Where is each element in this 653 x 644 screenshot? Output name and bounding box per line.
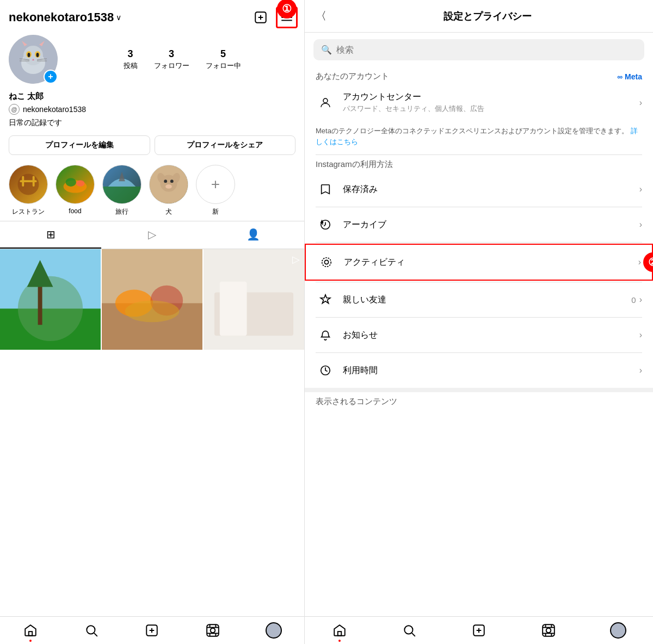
post-item-2[interactable] [102, 249, 202, 350]
usage-time-title: 利用時間 [343, 365, 639, 376]
post-item-3[interactable]: ▷ [204, 249, 304, 350]
activity-item[interactable]: アクティビティ › ② [305, 244, 653, 281]
highlight-new[interactable]: + 新 [196, 165, 235, 216]
hamburger-menu-button[interactable]: ① [278, 9, 295, 26]
threads-handle: nekonekotaro1538 [23, 105, 86, 114]
reels-icon: ▷ [148, 228, 156, 241]
content-section-text: 表示されるコンテンツ [316, 397, 397, 407]
left-panel: nekonekotaro1538 ∨ ① [0, 0, 305, 644]
svg-rect-73 [338, 631, 342, 636]
highlight-food-label: food [69, 207, 81, 215]
usage-time-item[interactable]: 利用時間 › [305, 353, 653, 388]
right-search-icon [402, 623, 416, 637]
add-post-button[interactable] [252, 9, 269, 26]
posts-label: 投稿 [124, 61, 138, 71]
account-center-title: アカウントセンター [343, 91, 639, 103]
search-input[interactable] [336, 45, 637, 55]
nav-add[interactable] [122, 622, 183, 639]
close-friends-title: 親しい友達 [343, 294, 631, 306]
settings-header: 〈 設定とプライバシー [305, 0, 653, 33]
svg-rect-54 [29, 631, 33, 636]
account-center-chevron: › [639, 98, 642, 108]
highlight-food[interactable]: food [56, 165, 95, 215]
right-nav-profile[interactable] [583, 622, 653, 639]
nav-search[interactable] [61, 622, 122, 639]
search-icon [84, 623, 98, 637]
svg-rect-26 [33, 176, 35, 186]
saved-icon [316, 179, 335, 199]
svg-rect-32 [103, 187, 141, 203]
followers-label: フォロワー [154, 61, 189, 71]
svg-point-30 [76, 180, 85, 187]
svg-rect-44 [38, 282, 42, 325]
tab-tagged[interactable]: 👤 [203, 221, 304, 249]
display-name: ねこ 太郎 [0, 88, 304, 103]
step-2-badge: ② [643, 252, 653, 272]
notifications-icon [316, 325, 335, 345]
account-center-item[interactable]: アカウントセンター パスワード、セキュリティ、個人情報、広告 › [305, 84, 653, 121]
meta-note: Metaのテクノロジー全体のコネクテッドエクスペリエンスおよびアカウント設定を管… [305, 121, 653, 154]
usage-time-content: 利用時間 [343, 365, 639, 376]
following-stat[interactable]: 5 フォロー中 [206, 48, 241, 71]
saved-item[interactable]: 保存済み › [305, 172, 653, 207]
close-friends-count: 0 [631, 295, 636, 305]
notifications-item[interactable]: お知らせ › [305, 318, 653, 352]
settings-title: 設定とプライバシー [333, 10, 642, 23]
username-chevron-icon: ∨ [116, 13, 121, 22]
highlight-restaurant[interactable]: レストラン [9, 165, 48, 216]
notifications-right: › [639, 330, 642, 340]
close-friends-chevron-icon: › [639, 295, 642, 305]
close-friends-right: 0 › [631, 295, 642, 305]
nav-home[interactable] [0, 622, 61, 639]
archive-item[interactable]: アーカイブ › [305, 207, 653, 242]
saved-title: 保存済み [343, 184, 639, 195]
back-button[interactable]: 〈 [316, 9, 326, 23]
post-item-1[interactable] [0, 249, 101, 350]
your-account-text: あなたのアカウント [316, 71, 389, 82]
search-bar[interactable]: 🔍 [313, 39, 644, 60]
tab-reels[interactable]: ▷ [101, 221, 202, 249]
right-nav-profile-avatar [610, 622, 626, 639]
right-nav-add[interactable] [444, 622, 514, 639]
new-highlight-button[interactable]: + [196, 165, 235, 204]
your-account-section-label: あなたのアカウント ∞ Meta [305, 67, 653, 84]
account-center-subtitle: パスワード、セキュリティ、個人情報、広告 [343, 104, 639, 114]
username-area[interactable]: nekonekotaro1538 ∨ [9, 10, 121, 24]
notifications-title: お知らせ [343, 330, 639, 341]
posts-stat[interactable]: 3 投稿 [124, 48, 138, 71]
right-nav-search[interactable] [374, 622, 444, 639]
highlight-food-circle [56, 165, 95, 204]
archive-right: › [639, 220, 642, 230]
highlight-travel[interactable]: 旅行 [102, 165, 141, 216]
nav-profile[interactable] [243, 622, 304, 639]
followers-stat[interactable]: 3 フォロワー [154, 48, 189, 71]
activity-right: › [638, 257, 641, 267]
edit-profile-button[interactable]: プロフィールを編集 [9, 135, 150, 155]
svg-point-80 [546, 628, 551, 633]
search-icon: 🔍 [321, 45, 332, 55]
nav-reels[interactable] [182, 622, 243, 639]
stats-area: 3 投稿 3 フォロワー 5 フォロー中 [69, 48, 295, 71]
right-nav-reels[interactable] [514, 622, 583, 639]
share-profile-button[interactable]: プロフィールをシェア [155, 135, 296, 155]
svg-point-55 [87, 626, 95, 634]
svg-rect-53 [220, 282, 247, 336]
tab-grid[interactable]: ⊞ [0, 221, 101, 249]
close-friends-item[interactable]: 親しい友達 0 › [305, 282, 653, 317]
archive-title: アーカイブ [343, 219, 639, 231]
close-friends-icon [316, 290, 335, 309]
right-nav-home[interactable] [305, 622, 374, 639]
usage-time-right: › [639, 366, 642, 375]
section-divider-2 [305, 388, 653, 392]
highlight-dog[interactable]: 犬 [149, 165, 188, 216]
svg-point-23 [18, 174, 39, 195]
posts-count: 3 [127, 48, 133, 60]
posts-grid: ▷ [0, 249, 304, 350]
step-1-badge: ① [277, 0, 297, 18]
highlight-dog-label: 犬 [165, 207, 172, 216]
close-friends-content: 親しい友達 [343, 294, 631, 306]
right-bottom-nav [305, 616, 653, 644]
bio-text: 日常の記録です [0, 116, 304, 130]
add-story-button[interactable]: + [44, 70, 58, 84]
meta-logo: ∞ Meta [617, 72, 642, 81]
